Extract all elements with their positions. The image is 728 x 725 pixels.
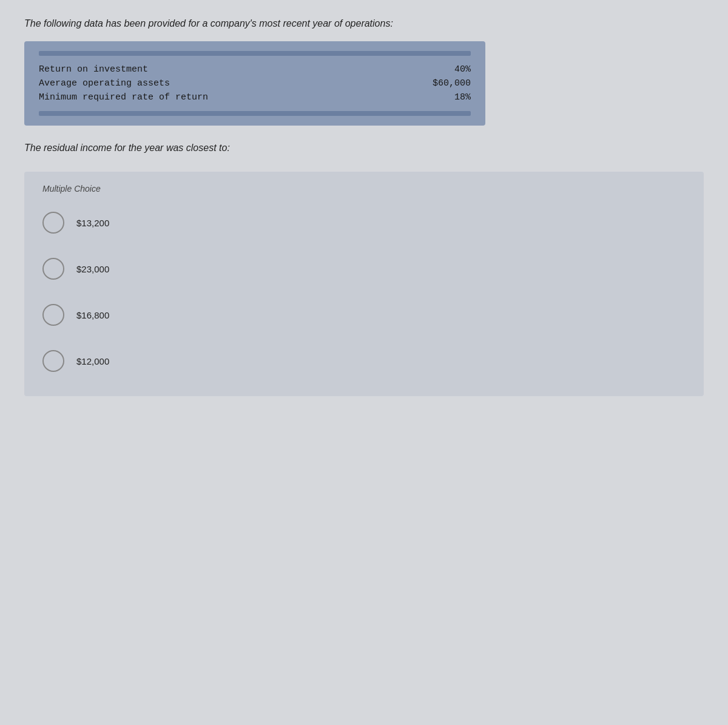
multiple-choice-label: Multiple Choice — [42, 184, 686, 194]
choice-label-a: $13,200 — [76, 218, 109, 228]
choice-option-b[interactable]: $23,000 — [42, 258, 686, 280]
radio-option-d[interactable] — [42, 350, 64, 372]
value-roi: 40% — [410, 64, 471, 75]
choice-label-d: $12,000 — [76, 356, 109, 366]
choice-option-d[interactable]: $12,000 — [42, 350, 686, 372]
value-min-return: 18% — [410, 92, 471, 103]
label-roi: Return on investment — [39, 64, 410, 75]
intro-text: The following data has been provided for… — [24, 18, 704, 29]
choice-label-b: $23,000 — [76, 264, 109, 274]
table-row-min-return: Minimum required rate of return 18% — [39, 92, 471, 103]
multiple-choice-section: Multiple Choice $13,200 $23,000 $16,800 … — [24, 172, 704, 396]
value-assets: $60,000 — [410, 78, 471, 89]
table-row-roi: Return on investment 40% — [39, 64, 471, 75]
label-assets: Average operating assets — [39, 78, 410, 89]
table-bottom-bar — [39, 111, 471, 116]
question-text: The residual income for the year was clo… — [24, 143, 704, 153]
label-min-return: Minimum required rate of return — [39, 92, 410, 103]
table-top-bar — [39, 51, 471, 56]
table-row-assets: Average operating assets $60,000 — [39, 78, 471, 89]
choice-option-a[interactable]: $13,200 — [42, 212, 686, 234]
radio-option-b[interactable] — [42, 258, 64, 280]
data-table: Return on investment 40% Average operati… — [24, 41, 485, 126]
choice-option-c[interactable]: $16,800 — [42, 304, 686, 326]
radio-option-a[interactable] — [42, 212, 64, 234]
radio-option-c[interactable] — [42, 304, 64, 326]
choice-label-c: $16,800 — [76, 310, 109, 320]
